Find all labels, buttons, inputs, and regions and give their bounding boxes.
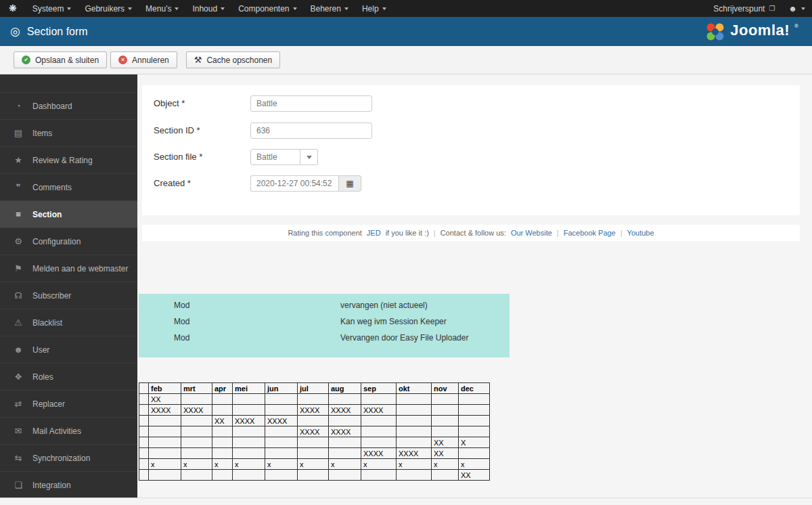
sidebar-item-replacer[interactable]: ⇄ Replacer [0, 390, 137, 417]
month-table-cell [397, 416, 432, 426]
rating-prefix-text: Rating this component [288, 229, 361, 237]
month-table-cell [298, 437, 329, 448]
month-table-cell [212, 448, 233, 459]
calendar-button[interactable]: ▦ [338, 175, 361, 192]
chevron-down-icon [382, 7, 386, 10]
month-table-cell [212, 437, 233, 448]
menu-beheren[interactable]: Beheren [304, 0, 355, 17]
menu-inhoud[interactable]: Inhoud [185, 0, 231, 17]
sidebar-item-melden-webmaster[interactable]: ⚑ Melden aan de webmaster [0, 255, 137, 282]
month-table-cell [298, 394, 329, 405]
month-column-header: feb [149, 383, 181, 394]
save-close-button[interactable]: ✔ Opslaan & sluiten [14, 51, 107, 68]
facebook-link[interactable]: Facebook Page [564, 229, 616, 237]
menu-systeem[interactable]: Systeem [26, 0, 78, 17]
joomla-brand-icon[interactable]: ❋ [0, 0, 26, 17]
form-row-object: Object * [142, 95, 800, 112]
note-name: Mod [174, 333, 189, 343]
section-id-input[interactable] [250, 123, 372, 139]
section-id-label: Section ID * [154, 125, 248, 135]
sidebar-item-label: User [32, 345, 49, 355]
month-table-cell [265, 405, 298, 416]
month-table-cell [149, 448, 181, 459]
menu-gebruikers[interactable]: Gebruikers [78, 0, 139, 17]
month-table-cell [181, 470, 212, 481]
youtube-link[interactable]: Youtube [627, 229, 654, 237]
check-icon: ✔ [22, 56, 30, 64]
month-table-cell: x [265, 459, 298, 470]
select-dropdown-button[interactable] [300, 149, 318, 165]
chevron-down-icon [344, 7, 348, 10]
month-table-cell [397, 394, 432, 405]
section-file-select[interactable]: Battle [250, 149, 318, 165]
sidebar-item-review-rating[interactable]: ★ Review & Rating [0, 146, 137, 173]
jed-link[interactable]: JED [367, 229, 381, 237]
sidebar-item-user[interactable]: ☻ User [0, 336, 137, 363]
month-table-cell [212, 470, 233, 481]
month-table-cell [139, 394, 149, 405]
cancel-button[interactable]: ✕ Annuleren [110, 51, 177, 68]
month-table-cell: XXXX [361, 405, 397, 416]
created-input[interactable] [250, 175, 338, 192]
month-table-cell [233, 426, 265, 437]
month-table-cell: x [459, 459, 490, 470]
swap-arrows-icon: ⇄ [13, 399, 24, 409]
month-table-cell: XX [459, 470, 490, 481]
our-website-link[interactable]: Our Website [511, 229, 552, 237]
month-table-cell [233, 470, 265, 481]
form-row-created: Created * ▦ [142, 175, 800, 192]
menu-help[interactable]: Help [355, 0, 393, 17]
sidebar-item-configuration[interactable]: ⚙ Configuration [0, 227, 137, 255]
sidebar-item-integration[interactable]: ❏ Integration [0, 471, 137, 498]
clear-cache-label: Cache opschonen [206, 56, 272, 65]
sidebar-item-comments[interactable]: ❞ Comments [0, 173, 137, 200]
menu-menus[interactable]: Menu's [139, 0, 185, 17]
month-table-cell: XXXX [397, 448, 432, 459]
chevron-down-icon [801, 7, 805, 10]
joomla-admin-page: ❋ Systeem Gebruikers Menu's Inhoud Compo… [0, 0, 812, 505]
sidebar-item-mail-activities[interactable]: ✉ Mail Activities [0, 417, 137, 444]
menu-componenten[interactable]: Componenten [231, 0, 303, 17]
object-input[interactable] [250, 95, 372, 112]
clear-cache-button[interactable]: ⚒ Cache opschonen [186, 51, 280, 68]
menu-label: Beheren [311, 4, 341, 14]
sidebar-item-dashboard[interactable]: ◔ Dashboard [0, 92, 137, 119]
month-table-cell [459, 448, 490, 459]
section-file-selected-value[interactable]: Battle [250, 149, 300, 165]
cancel-label: Annuleren [132, 56, 169, 65]
sidebar-item-items[interactable]: ▤ Items [0, 119, 137, 146]
sidebar-item-roles[interactable]: ❖ Roles [0, 363, 137, 390]
sidebar-item-synchronization[interactable]: ⇆ Synchronization [0, 444, 137, 471]
month-table-cell [298, 416, 329, 426]
month-column-header: apr [212, 383, 233, 394]
month-table-cell [298, 470, 329, 481]
created-date-group: ▦ [250, 175, 361, 192]
sidebar-item-label: Dashboard [32, 102, 72, 111]
star-icon: ★ [13, 155, 24, 165]
user-menu[interactable]: ☻ [782, 4, 812, 14]
sidebar-item-label: Comments [32, 183, 72, 192]
cancel-icon: ✕ [118, 56, 127, 64]
month-column-header: mrt [181, 383, 212, 394]
month-table: febmrtaprmeijunjulaugsepoktnovdecXXXXXXX… [139, 382, 490, 481]
month-table-cell [397, 426, 432, 437]
sidebar-item-section[interactable]: ≡ Section [0, 200, 137, 227]
preview-site-link[interactable]: Schrijverspunt ❐ [706, 4, 782, 14]
month-table-cell [361, 470, 397, 481]
dashboard-icon: ◔ [13, 101, 24, 111]
wrench-icon: ⚒ [194, 55, 202, 65]
page-header: ◎ Section form Joomla! ® [0, 17, 812, 46]
sidebar-item-blacklist[interactable]: ⚠ Blacklist [0, 309, 137, 336]
list-icon: ≡ [13, 209, 24, 219]
month-table-cell [329, 470, 361, 481]
month-table-cell: XXXX [265, 416, 298, 426]
menu-label: Gebruikers [85, 4, 125, 14]
sidebar-item-label: Items [32, 129, 52, 138]
month-table-cell [212, 394, 233, 405]
month-table-cell: XX [149, 394, 181, 405]
month-table-cell [212, 405, 233, 416]
month-table-cell [459, 426, 490, 437]
main-content: Object * Section ID * Section file * Bat… [137, 74, 812, 498]
sidebar-item-subscriber[interactable]: ☊ Subscriber [0, 282, 137, 309]
sidebar-item-label: Section [32, 210, 62, 219]
